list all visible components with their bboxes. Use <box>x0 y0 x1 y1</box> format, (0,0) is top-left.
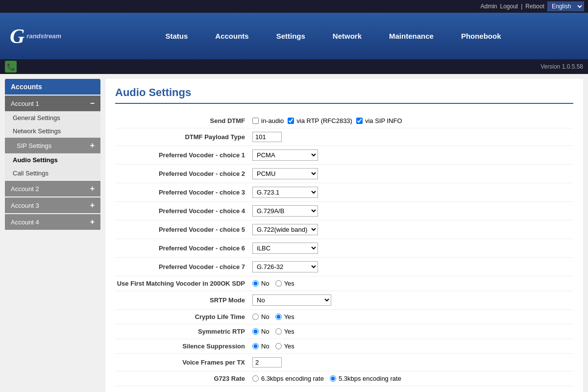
sidebar-account-account1[interactable]: Account 1− <box>5 96 100 111</box>
nav-item-phonebook[interactable]: Phonebook <box>457 30 505 42</box>
radio-label[interactable]: 5.3kbps encoding rate <box>330 375 401 382</box>
radio-label[interactable]: Yes <box>275 328 294 335</box>
logo-text: randstream <box>26 32 61 40</box>
radio-input[interactable] <box>330 375 336 382</box>
field-value: 6.3kbps encoding rate5.3kbps encoding ra… <box>252 371 573 386</box>
radio-label[interactable]: No <box>252 313 270 320</box>
radio-text: No <box>261 328 270 335</box>
dtmf-checkbox[interactable] <box>356 118 363 124</box>
form-row: Preferred Vocoder - choice 5PCMAPCMUG.72… <box>115 220 573 239</box>
field-value <box>252 354 573 371</box>
form-row: Crypto Life TimeNoYes <box>115 310 573 324</box>
logout-link[interactable]: Logout <box>500 3 518 10</box>
nav-item-network[interactable]: Network <box>329 30 366 42</box>
dtmf-checkbox[interactable] <box>288 118 294 124</box>
form-row: G723 Rate6.3kbps encoding rate5.3kbps en… <box>115 371 573 386</box>
checkbox-label[interactable]: via RTP (RFC2833) <box>288 117 352 124</box>
radio-input[interactable] <box>252 343 259 349</box>
select-preferred-vocoder---choice-4[interactable]: PCMAPCMUG.723.1G.729A/BG.722(wide band)i… <box>252 205 318 217</box>
field-label: Preferred Vocoder - choice 6 <box>115 239 252 258</box>
radio-text: No <box>261 280 270 287</box>
nav-item-status[interactable]: Status <box>161 30 192 42</box>
radio-input[interactable] <box>275 314 282 320</box>
nav-item-settings[interactable]: Settings <box>272 30 309 42</box>
field-label: Voice Frames per TX <box>115 354 252 371</box>
nav-item-accounts[interactable]: Accounts <box>211 30 252 42</box>
form-row: Silence SuppressionNoYes <box>115 339 573 354</box>
radio-input[interactable] <box>252 328 259 335</box>
radio-label[interactable]: No <box>252 328 270 335</box>
form-row: Preferred Vocoder - choice 2PCMAPCMUG.72… <box>115 165 573 183</box>
admin-section: Admin Logout | Reboot EnglishChineseSpan… <box>480 1 584 11</box>
radio-label[interactable]: Yes <box>275 343 294 350</box>
language-select[interactable]: EnglishChineseSpanishFrenchGerman <box>547 1 584 11</box>
phone-icon: 📞 <box>5 61 17 73</box>
field-label: Use First Matching Vocoder in 200OK SDP <box>115 276 252 291</box>
sidebar-submenu-account1: General SettingsNetwork SettingsSIP Sett… <box>5 111 100 180</box>
field-label: DTMF Payload Type <box>115 128 252 146</box>
checkbox-label[interactable]: in-audio <box>252 117 284 124</box>
radio-label[interactable]: Yes <box>275 313 294 320</box>
radio-input[interactable] <box>252 375 259 382</box>
sidebar-submenu-item-audio-settings[interactable]: Audio Settings <box>5 153 100 167</box>
radio-label[interactable]: No <box>252 343 270 350</box>
sidebar-account-label: Account 4 <box>11 219 39 226</box>
field-label: Send DTMF <box>115 114 252 128</box>
field-value: NoYes <box>252 310 573 324</box>
select-preferred-vocoder---choice-7[interactable]: PCMAPCMUG.723.1G.729A/BG.722(wide band)i… <box>252 261 318 272</box>
radio-text: Yes <box>284 313 294 320</box>
collapse-icon: − <box>90 99 95 108</box>
radio-label[interactable]: No <box>252 280 270 287</box>
sidebar-account-account4[interactable]: Account 4+ <box>5 214 100 230</box>
field-value: NoYes <box>252 339 573 354</box>
logo-g: G <box>10 24 24 48</box>
content-area: Accounts Account 1−General SettingsNetwo… <box>0 74 588 392</box>
dtmf-checkbox[interactable] <box>252 118 259 124</box>
checkbox-text: via RTP (RFC2833) <box>296 117 352 124</box>
radio-input[interactable] <box>275 343 282 349</box>
radio-text: No <box>261 343 270 350</box>
text-input-dtmf-payload-type[interactable] <box>252 132 282 142</box>
sidebar-submenu-item-sip-settings[interactable]: SIP Settings+ <box>5 138 100 153</box>
text-input-voice-frames-per-tx[interactable] <box>252 357 282 368</box>
sidebar-account-account3[interactable]: Account 3+ <box>5 197 100 213</box>
select-preferred-vocoder---choice-5[interactable]: PCMAPCMUG.723.1G.729A/BG.722(wide band)i… <box>252 224 318 235</box>
sidebar: Accounts Account 1−General SettingsNetwo… <box>5 79 100 392</box>
select-preferred-vocoder---choice-3[interactable]: PCMAPCMUG.723.1G.729A/BG.722(wide band)i… <box>252 187 318 198</box>
radio-text: Yes <box>284 343 294 350</box>
form-row: SRTP ModeNoEnabled but not forcedEnabled… <box>115 291 573 310</box>
main-nav: StatusAccountsSettingsNetworkMaintenance… <box>88 30 578 42</box>
radio-input[interactable] <box>275 328 282 335</box>
reboot-link[interactable]: Reboot <box>525 3 544 10</box>
radio-label[interactable]: 6.3kbps encoding rate <box>252 375 324 382</box>
sidebar-submenu-item-general-settings[interactable]: General Settings <box>5 111 100 124</box>
toolbar-bar: 📞 Version 1.0.5.58 <box>0 59 588 74</box>
checkbox-label[interactable]: via SIP INFO <box>356 117 402 124</box>
select-preferred-vocoder---choice-2[interactable]: PCMAPCMUG.723.1G.729A/BG.722(wide band)i… <box>252 168 318 179</box>
version-label: Version 1.0.5.58 <box>540 63 583 70</box>
form-row: Preferred Vocoder - choice 1PCMAPCMUG.72… <box>115 146 573 165</box>
radio-text: 5.3kbps encoding rate <box>339 375 401 382</box>
radio-input[interactable] <box>252 314 259 320</box>
select-preferred-vocoder---choice-6[interactable]: PCMAPCMUG.723.1G.729A/BG.722(wide band)i… <box>252 243 318 254</box>
sidebar-submenu-item-network-settings[interactable]: Network Settings <box>5 124 100 138</box>
nav-item-maintenance[interactable]: Maintenance <box>385 30 438 42</box>
topbar: Admin Logout | Reboot EnglishChineseSpan… <box>0 0 588 13</box>
main-panel: Audio Settings Send DTMFin-audiovia RTP … <box>105 79 583 392</box>
sidebar-account-account2[interactable]: Account 2+ <box>5 181 100 196</box>
form-row: DTMF Payload Type <box>115 128 573 146</box>
form-row: Use First Matching Vocoder in 200OK SDPN… <box>115 276 573 291</box>
radio-input[interactable] <box>275 280 282 287</box>
form-row: Preferred Vocoder - choice 7PCMAPCMUG.72… <box>115 258 573 276</box>
form-row: Send DTMFin-audiovia RTP (RFC2833)via SI… <box>115 114 573 128</box>
select-srtp-mode[interactable]: NoEnabled but not forcedEnabled and forc… <box>252 294 331 306</box>
field-label: Preferred Vocoder - choice 1 <box>115 146 252 165</box>
field-label: Symmetric RTP <box>115 324 252 339</box>
radio-input[interactable] <box>252 280 259 287</box>
checkbox-text: via SIP INFO <box>365 117 402 124</box>
sidebar-header: Accounts <box>5 79 100 95</box>
select-preferred-vocoder---choice-1[interactable]: PCMAPCMUG.723.1G.729A/BG.722(wide band)i… <box>252 149 318 161</box>
radio-label[interactable]: Yes <box>275 280 294 287</box>
admin-label: Admin <box>480 3 497 10</box>
sidebar-submenu-item-call-settings[interactable]: Call Settings <box>5 167 100 180</box>
